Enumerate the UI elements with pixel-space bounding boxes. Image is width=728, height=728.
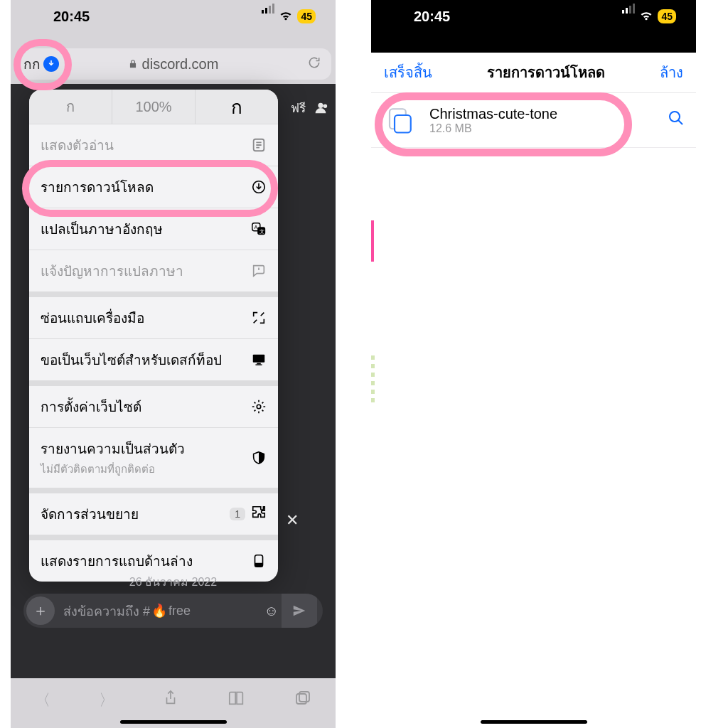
svg-rect-6 (253, 355, 265, 363)
status-bar: 20:45 45 (371, 0, 696, 33)
menu-privacy-report[interactable]: รายงานความเป็นส่วนตัว ไม่มีตัวติดตามที่ถ… (29, 427, 278, 488)
bookmarks-icon[interactable] (228, 690, 246, 710)
decorative-edge (371, 355, 375, 405)
zoom-value[interactable]: 100% (112, 90, 196, 124)
report-icon (251, 263, 267, 279)
back-icon[interactable]: 〈 (35, 690, 50, 711)
menu-website-settings[interactable]: การตั้งค่าเว็บไซต์ (29, 380, 278, 427)
menu-manage-extensions[interactable]: จัดการส่วนขยาย 1 (29, 488, 278, 535)
sheet-title: รายการดาวน์โหลด (487, 61, 605, 84)
send-button[interactable] (282, 594, 317, 628)
share-icon[interactable] (163, 690, 178, 711)
menu-report-translation[interactable]: แจ้งปัญหาการแปลภาษา (29, 250, 278, 291)
annotation-circle-downloads (22, 160, 278, 217)
puzzle-icon (251, 505, 267, 524)
battery-badge: 45 (297, 9, 316, 23)
desktop-icon (251, 352, 267, 368)
text-larger-button[interactable]: ก (196, 90, 278, 124)
safari-bottom-toolbar: 〈 〉 (11, 681, 336, 719)
forward-icon[interactable]: 〉 (99, 690, 114, 711)
decorative-edge (371, 220, 374, 262)
clear-button[interactable]: ล้าง (660, 61, 683, 84)
done-button[interactable]: เสร็จสิ้น (384, 61, 432, 84)
tabs-icon[interactable] (294, 690, 311, 711)
discord-header-fragment: ฟรี (291, 98, 328, 117)
svg-point-16 (670, 112, 680, 122)
svg-rect-11 (255, 563, 263, 567)
reload-icon[interactable] (307, 55, 321, 73)
status-bar: 20:45 45 (11, 0, 336, 33)
svg-rect-13 (299, 692, 309, 702)
close-icon[interactable]: ✕ (280, 508, 304, 532)
svg-text:文: 文 (259, 228, 264, 235)
home-indicator (120, 720, 227, 724)
annotation-circle-file (375, 92, 632, 156)
svg-rect-8 (255, 364, 262, 365)
extension-count-badge: 1 (230, 508, 245, 520)
lock-icon (128, 56, 138, 73)
annotation-circle-aa (14, 39, 72, 90)
home-indicator (481, 720, 587, 724)
shield-icon (251, 450, 267, 466)
battery-badge: 45 (658, 9, 676, 23)
reveal-in-files-icon[interactable] (668, 109, 685, 131)
status-time: 20:45 (414, 9, 450, 25)
tabbar-bottom-icon (251, 553, 267, 569)
wifi-icon (279, 9, 293, 25)
svg-point-9 (257, 405, 261, 409)
cellular-icon (262, 4, 274, 30)
text-smaller-button[interactable]: ก (29, 90, 112, 124)
composer-placeholder[interactable]: ส่งข้อความถึง #🔥free (58, 601, 264, 621)
emoji-picker-icon[interactable]: ☺ (264, 603, 279, 619)
url-text: discord.com (142, 56, 219, 73)
chat-date-divider: 26 ธันวาคม 2022 (11, 573, 336, 591)
cellular-icon (622, 4, 635, 30)
message-composer[interactable]: ＋ ส่งข้อความถึง #🔥free ☺ (23, 594, 323, 628)
reader-icon (251, 137, 267, 153)
svg-rect-12 (296, 694, 306, 704)
translate-icon: A文 (251, 221, 267, 237)
svg-rect-7 (257, 363, 261, 365)
people-icon (313, 100, 328, 116)
phone-left-safari-menu: 20:45 45 กก discord.com ฟรี (11, 0, 336, 728)
status-time: 20:45 (53, 9, 90, 25)
attach-plus-icon[interactable]: ＋ (26, 596, 55, 625)
gear-icon (251, 399, 267, 414)
svg-text:A: A (255, 224, 258, 230)
menu-request-desktop[interactable]: ขอเป็นเว็บไซต์สำหรับเดสก์ท็อป (29, 338, 278, 380)
fullscreen-icon (251, 310, 267, 326)
wifi-icon (639, 9, 653, 25)
menu-hide-toolbar[interactable]: ซ่อนแถบเครื่องมือ (29, 291, 278, 338)
phone-right-downloads-sheet: 20:45 45 เสร็จสิ้น รายการดาวน์โหลด ล้าง (371, 0, 696, 728)
